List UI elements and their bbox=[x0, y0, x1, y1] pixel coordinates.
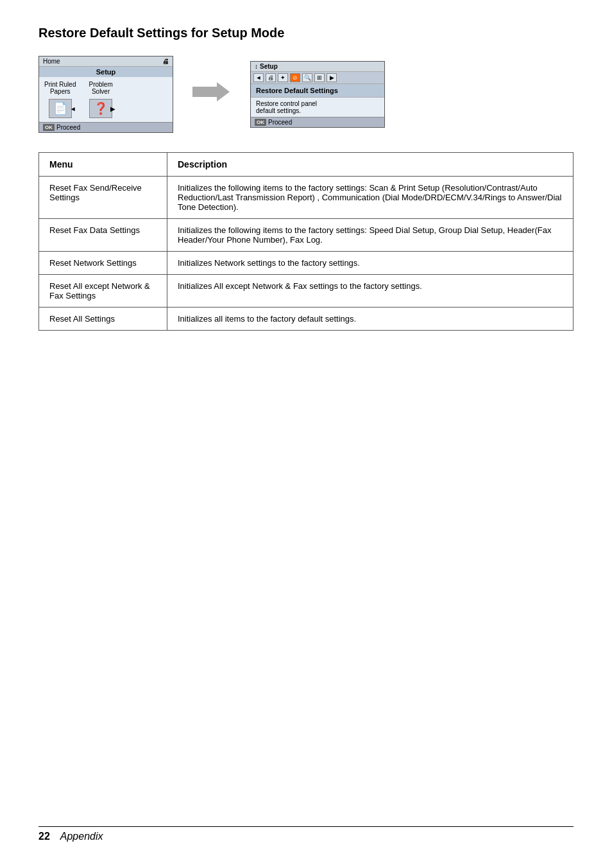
lcd-right-icon-row: ◄ 🖨 ✦ ⊘ 🔍 ⊞ ▶ bbox=[251, 72, 384, 84]
table-row: Reset All SettingsInitializes all items … bbox=[39, 308, 574, 331]
lcd-icon-5: 🔍 bbox=[302, 73, 312, 82]
lcd-left-body: Print Ruled Papers 📄 ◄ Problem Solver ❓ … bbox=[39, 77, 173, 122]
lcd-icon-6: ⊞ bbox=[314, 73, 325, 82]
lcd-right-desc-line2: default settings. bbox=[256, 107, 301, 114]
table-cell-description: Initializes the following items to the f… bbox=[167, 177, 574, 219]
table-cell-description: Initializes Network settings to the fact… bbox=[167, 252, 574, 275]
lcd-menu-item2-icon: ❓ ▶ bbox=[89, 99, 112, 118]
table-cell-menu: Reset Network Settings bbox=[39, 252, 167, 275]
lcd-menu-item1-line2: Papers bbox=[50, 88, 71, 95]
right-lcd-screen: ↕ Setup ◄ 🖨 ✦ ⊘ 🔍 ⊞ ▶ Restore Default Se… bbox=[250, 61, 385, 128]
col-header-description: Description bbox=[167, 153, 574, 177]
table-row: Reset All except Network & Fax SettingsI… bbox=[39, 275, 574, 308]
table-row: Reset Fax Send/Receive SettingsInitializ… bbox=[39, 177, 574, 219]
lcd-left-title-icon: 🖨 bbox=[162, 58, 169, 65]
lcd-right-desc-line1: Restore control panel bbox=[256, 100, 317, 107]
lcd-menu-item1-icon: 📄 ◄ bbox=[49, 99, 72, 118]
lcd-icon-3: ✦ bbox=[278, 73, 288, 82]
page-footer: 22 Appendix bbox=[38, 826, 574, 842]
page-title: Restore Default Settings for Setup Mode bbox=[38, 26, 574, 40]
footer-section-label: Appendix bbox=[60, 831, 103, 842]
lcd-right-title: ↕ Setup bbox=[251, 62, 384, 72]
lcd-menu-item2-line1: Problem bbox=[89, 81, 112, 88]
lcd-left-ok-box: OK bbox=[43, 124, 55, 131]
table-cell-menu: Reset All Settings bbox=[39, 308, 167, 331]
table-cell-description: Initializes the following items to the f… bbox=[167, 219, 574, 252]
lcd-icon-4: ⊘ bbox=[290, 73, 300, 82]
col-header-menu: Menu bbox=[39, 153, 167, 177]
lcd-left-menu-item2: Problem Solver ❓ ▶ bbox=[89, 81, 112, 118]
lcd-left-setup-bar: Setup bbox=[39, 67, 173, 77]
lcd-left-bottom: OK Proceed bbox=[39, 122, 173, 132]
left-lcd-screen: Home 🖨 Setup Print Ruled Papers 📄 ◄ Prob… bbox=[38, 56, 173, 133]
table-cell-menu: Reset Fax Send/Receive Settings bbox=[39, 177, 167, 219]
lcd-right-desc: Restore control panel default settings. bbox=[251, 98, 384, 117]
lcd-icon-7: ▶ bbox=[327, 73, 337, 82]
table-cell-description: Initializes All except Network & Fax set… bbox=[167, 275, 574, 308]
diagram-area: Home 🖨 Setup Print Ruled Papers 📄 ◄ Prob… bbox=[38, 56, 574, 133]
lcd-left-menu-item1: Print Ruled Papers 📄 ◄ bbox=[44, 81, 76, 118]
lcd-menu-item1-line1: Print Ruled bbox=[44, 81, 76, 88]
lcd-left-title-bar: Home 🖨 bbox=[39, 56, 173, 67]
flow-arrow bbox=[192, 79, 231, 110]
table-cell-menu: Reset Fax Data Settings bbox=[39, 219, 167, 252]
svg-marker-0 bbox=[192, 82, 230, 101]
settings-table: Menu Description Reset Fax Send/Receive … bbox=[38, 152, 574, 331]
table-cell-description: Initializes all items to the factory def… bbox=[167, 308, 574, 331]
lcd-right-ok-box: OK bbox=[255, 119, 266, 126]
lcd-right-title-icon: ↕ bbox=[255, 63, 258, 70]
lcd-icon-2: 🖨 bbox=[266, 73, 276, 82]
lcd-icon-1: ◄ bbox=[253, 73, 264, 82]
lcd-right-menu-label: Restore Default Settings bbox=[251, 84, 384, 98]
lcd-left-proceed: Proceed bbox=[56, 124, 80, 131]
footer-page-number: 22 bbox=[38, 831, 50, 842]
lcd-right-bottom: OK Proceed bbox=[251, 117, 384, 127]
table-row: Reset Network SettingsInitializes Networ… bbox=[39, 252, 574, 275]
table-row: Reset Fax Data SettingsInitializes the f… bbox=[39, 219, 574, 252]
lcd-menu-item2-line2: Solver bbox=[92, 88, 110, 95]
lcd-right-proceed: Proceed bbox=[268, 119, 292, 126]
table-cell-menu: Reset All except Network & Fax Settings bbox=[39, 275, 167, 308]
lcd-left-home: Home bbox=[43, 58, 60, 65]
lcd-right-title-label: Setup bbox=[260, 63, 278, 70]
